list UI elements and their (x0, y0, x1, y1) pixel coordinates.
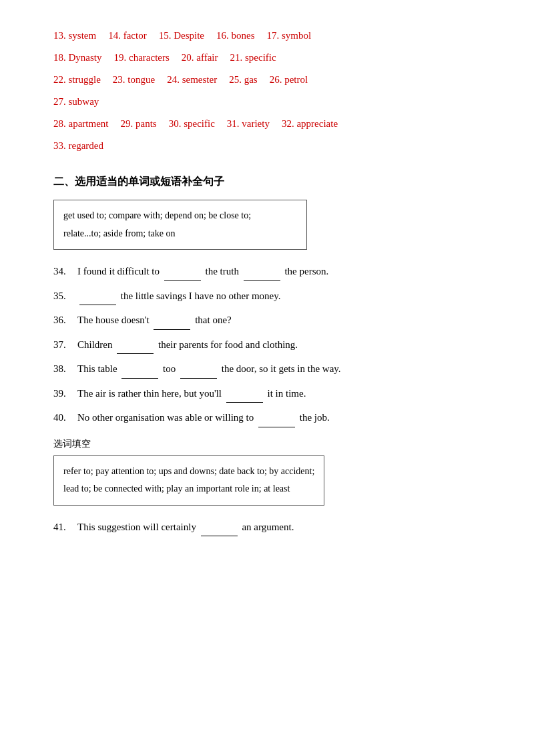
word-item: 14. factor (108, 27, 146, 45)
word-item: 26. petrol (270, 71, 308, 89)
exercise-text: Children their parents for food and clot… (77, 337, 298, 355)
section-two-title: 二、选用适当的单词或短语补全句子 (53, 175, 481, 189)
word-row-3a: 22. struggle23. tongue24. semester25. ga… (53, 71, 481, 89)
exercise-list-1: 34.I found it difficult to the truth the… (53, 263, 481, 427)
blank[interactable] (121, 361, 158, 379)
word-item: 23. tongue (113, 71, 155, 89)
blank[interactable] (244, 263, 280, 281)
sub-section-label: 选词填空 (53, 438, 481, 450)
exercise-number: 41. (53, 519, 77, 536)
exercise-number: 39. (53, 385, 77, 403)
exercise-item: 34.I found it difficult to the truth the… (53, 263, 481, 281)
phrase-box-2-line2: lead to; be connected with; play an impo… (63, 480, 314, 498)
exercise-text: The air is rather thin here, but you'll … (77, 385, 306, 403)
exercise-number: 37. (53, 337, 77, 354)
word-row-2: 18. Dynasty19. characters20. affair21. s… (53, 49, 481, 67)
exercise-number: 38. (53, 361, 77, 378)
word-item: 19. characters (114, 49, 170, 67)
word-row-3b: 27. subway (53, 93, 481, 111)
exercise-item: 41.This suggestion will certainly an arg… (53, 519, 481, 537)
exercise-text: This table too the door, so it gets in t… (77, 361, 341, 379)
word-item: 32. appreciate (282, 115, 338, 133)
word-item: 25. gas (229, 71, 258, 89)
word-item: 24. semester (167, 71, 217, 89)
exercise-text: No other organisation was able or willin… (77, 409, 330, 427)
word-row-4a: 28. apartment29. pants30. specific31. va… (53, 115, 481, 133)
word-item: 31. variety (227, 115, 270, 133)
word-item: 27. subway (53, 93, 99, 111)
blank[interactable] (180, 361, 217, 379)
blank[interactable] (201, 519, 238, 537)
word-item: 17. symbol (266, 27, 311, 45)
word-item: 15. Despite (159, 27, 204, 45)
blank[interactable] (154, 312, 190, 330)
blank[interactable] (79, 288, 116, 306)
word-item: 13. system (53, 27, 96, 45)
blank[interactable] (258, 409, 295, 427)
word-item: 22. struggle (53, 71, 101, 89)
exercise-item: 36.The house doesn't that one? (53, 312, 481, 330)
exercise-number: 35. (53, 288, 77, 305)
exercise-text: This suggestion will certainly an argume… (77, 519, 294, 537)
word-item: 18. Dynasty (53, 49, 102, 67)
word-row-1: 13. system14. factor15. Despite16. bones… (53, 27, 481, 45)
exercise-text: I found it difficult to the truth the pe… (77, 263, 328, 281)
word-item: 33. regarded (53, 137, 103, 155)
exercise-number: 34. (53, 263, 77, 280)
blank[interactable] (117, 337, 154, 355)
exercise-item: 37.Children their parents for food and c… (53, 337, 481, 355)
exercise-item: 38.This table too the door, so it gets i… (53, 361, 481, 379)
word-item: 20. affair (182, 49, 218, 67)
word-item: 16. bones (216, 27, 255, 45)
section-two: 二、选用适当的单词或短语补全句子 get used to; compare wi… (53, 175, 481, 536)
blank[interactable] (226, 385, 263, 403)
word-row-4b: 33. regarded (53, 137, 481, 155)
exercise-text: the little savings I have no other money… (77, 288, 281, 306)
exercise-list-2: 41.This suggestion will certainly an arg… (53, 519, 481, 537)
exercise-text: The house doesn't that one? (77, 312, 232, 330)
phrase-box-1: get used to; compare with; depend on; be… (53, 200, 307, 250)
exercise-item: 39.The air is rather thin here, but you'… (53, 385, 481, 403)
word-item: 30. specific (169, 115, 215, 133)
blank[interactable] (164, 263, 201, 281)
word-item: 21. specific (230, 49, 276, 67)
exercise-item: 40.No other organisation was able or wil… (53, 409, 481, 427)
word-item: 29. pants (120, 115, 156, 133)
phrase-box-2: refer to; pay attention to; ups and down… (53, 455, 324, 506)
phrase-box-2-line1: refer to; pay attention to; ups and down… (63, 463, 314, 481)
word-list-section: 13. system14. factor15. Despite16. bones… (53, 27, 481, 536)
phrase-box-1-line1: get used to; compare with; depend on; be… (63, 207, 297, 225)
word-item: 28. apartment (53, 115, 108, 133)
phrase-box-1-line2: relate...to; aside from; take on (63, 225, 297, 243)
exercise-item: 35. the little savings I have no other m… (53, 288, 481, 306)
exercise-number: 36. (53, 312, 77, 329)
exercise-number: 40. (53, 409, 77, 427)
